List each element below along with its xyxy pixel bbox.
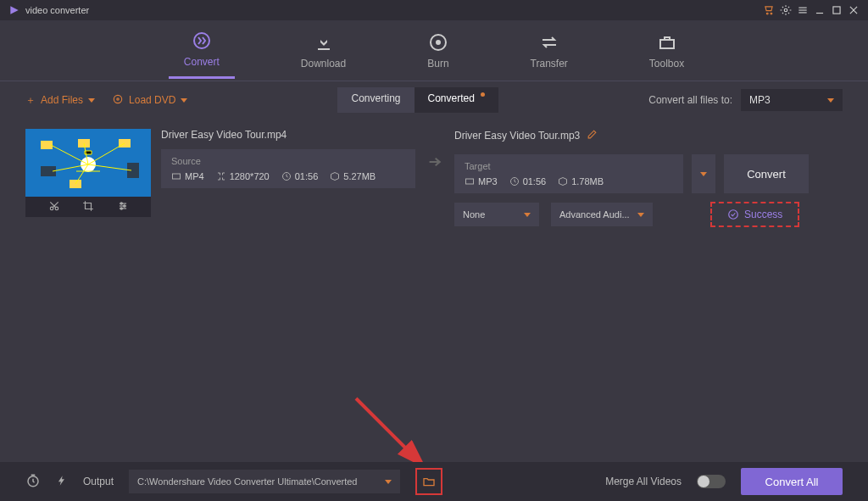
target-label: Target	[465, 161, 673, 171]
tab-convert[interactable]: Convert	[169, 22, 235, 79]
load-dvd-label: Load DVD	[129, 94, 175, 106]
tab-download-label: Download	[301, 58, 346, 70]
target-filename: Driver Easy Video Tour.mp3	[454, 130, 580, 142]
svg-rect-8	[833, 7, 840, 14]
target-size: 1.78MB	[571, 176, 604, 186]
format-select[interactable]: MP3	[741, 89, 843, 111]
maximize-icon[interactable]	[831, 4, 843, 16]
tab-transfer-label: Transfer	[531, 58, 568, 70]
svg-point-14	[437, 41, 440, 44]
load-dvd-button[interactable]: Load DVD	[112, 93, 187, 108]
tab-toolbox[interactable]: Toolbox	[634, 24, 699, 78]
chevron-down-icon	[637, 213, 644, 217]
svg-point-38	[123, 204, 125, 206]
tab-burn[interactable]: Burn	[412, 24, 464, 78]
chevron-down-icon	[700, 172, 707, 176]
svg-point-39	[120, 207, 122, 209]
svg-point-17	[117, 97, 119, 99]
add-files-button[interactable]: ＋ Add Files	[25, 93, 95, 108]
download-icon	[314, 32, 334, 53]
tab-converted[interactable]: Converted	[415, 87, 499, 113]
output-label: Output	[83, 476, 114, 487]
transfer-icon	[539, 32, 559, 53]
svg-point-2	[771, 13, 772, 14]
chevron-down-icon	[524, 213, 531, 217]
svg-rect-12	[318, 48, 330, 50]
target-info: Target MP3 01:56 1.78MB	[454, 154, 683, 193]
target-dur: 01:56	[523, 176, 547, 186]
add-files-label: Add Files	[41, 94, 83, 106]
chevron-down-icon	[181, 98, 187, 103]
target-format-dropdown[interactable]	[692, 154, 715, 193]
edit-icon[interactable]	[587, 129, 598, 142]
footer: Output C:\Wondershare Video Converter Ul…	[0, 462, 868, 501]
arrow-right-icon	[426, 153, 444, 171]
cart-icon[interactable]	[763, 4, 775, 16]
plus-icon: ＋	[25, 93, 36, 108]
tab-transfer[interactable]: Transfer	[515, 24, 583, 78]
svg-line-45	[356, 398, 424, 466]
cut-icon[interactable]	[48, 200, 60, 214]
chevron-down-icon	[88, 98, 95, 103]
crop-icon[interactable]	[82, 200, 94, 214]
menu-icon[interactable]	[797, 4, 809, 16]
minimize-icon[interactable]	[814, 4, 826, 16]
close-icon[interactable]	[848, 4, 860, 16]
svg-point-44	[729, 210, 738, 220]
audio-value: Advanced Audi...	[559, 209, 630, 220]
toolbox-icon	[657, 32, 677, 53]
app-logo-icon	[8, 4, 20, 16]
tab-convert-label: Convert	[184, 56, 220, 68]
merge-toggle[interactable]	[697, 475, 726, 488]
notification-dot-icon	[481, 92, 485, 97]
output-path-select[interactable]: C:\Wondershare Video Converter Ultimate\…	[129, 470, 400, 493]
svg-rect-20	[41, 141, 53, 149]
schedule-icon[interactable]	[25, 473, 41, 491]
convert-button[interactable]: Convert	[724, 154, 809, 193]
effects-icon[interactable]	[117, 200, 129, 214]
tab-download[interactable]: Download	[286, 24, 361, 78]
settings-icon[interactable]	[780, 4, 792, 16]
source-ext: MP4	[185, 171, 204, 181]
merge-label: Merge All Videos	[605, 476, 682, 487]
subtitle-value: None	[463, 209, 485, 220]
svg-point-16	[114, 95, 121, 103]
source-label: Source	[171, 156, 405, 166]
svg-rect-40	[173, 174, 181, 179]
burn-icon	[428, 32, 448, 53]
file-list: Driver Easy Video Tour.mp4 Source MP4 12…	[0, 119, 868, 237]
output-path: C:\Wondershare Video Converter Ultimate\…	[137, 476, 357, 487]
status-tabs: Converting Converted	[337, 87, 498, 113]
disc-icon	[112, 93, 124, 108]
thumbnail-tools	[25, 197, 151, 217]
video-thumbnail[interactable]	[25, 129, 151, 197]
convert-all-button[interactable]: Convert All	[741, 468, 843, 495]
tab-converting[interactable]: Converting	[337, 87, 414, 113]
svg-marker-0	[10, 6, 18, 14]
source-size: 5.27MB	[343, 171, 376, 181]
chevron-down-icon	[827, 98, 834, 103]
subtitle-select[interactable]: None	[454, 203, 539, 226]
app-title: video converter	[25, 5, 89, 15]
tab-toolbox-label: Toolbox	[649, 58, 684, 70]
main-tabs: Convert Download Burn Transfer Toolbox	[0, 20, 868, 81]
target-ext: MP3	[478, 176, 498, 186]
gpu-icon[interactable]	[56, 473, 68, 491]
tab-burn-label: Burn	[427, 58, 448, 70]
source-info: Source MP4 1280*720 01:56 5.27MB	[161, 149, 415, 188]
sub-toolbar: ＋ Add Files Load DVD Converting Converte…	[0, 81, 868, 119]
svg-point-3	[784, 8, 787, 12]
format-value: MP3	[749, 94, 771, 106]
svg-point-37	[120, 202, 122, 203]
convert-icon	[192, 31, 212, 51]
svg-rect-42	[466, 179, 474, 184]
svg-rect-15	[660, 40, 674, 48]
source-res: 1280*720	[230, 171, 270, 181]
chevron-down-icon	[385, 480, 392, 484]
audio-select[interactable]: Advanced Audi...	[551, 203, 653, 226]
svg-point-1	[766, 13, 768, 14]
file-row: Driver Easy Video Tour.mp4 Source MP4 12…	[25, 129, 843, 227]
convert-all-label: Convert all files to:	[648, 94, 732, 106]
open-folder-button[interactable]	[415, 468, 442, 495]
success-badge: Success	[710, 202, 799, 227]
